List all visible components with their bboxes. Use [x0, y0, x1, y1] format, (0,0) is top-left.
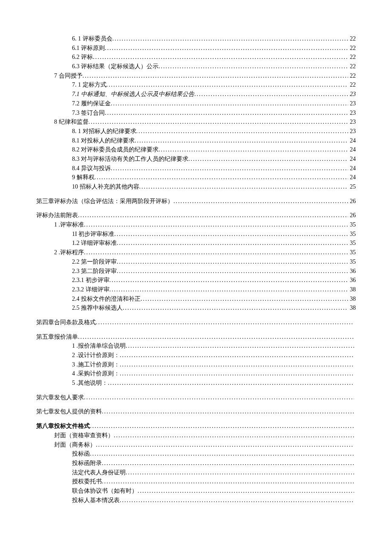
toc-label: 7.1 中标通知、中标候选人公示及中标结果公告	[72, 90, 194, 99]
toc-leader-dots	[78, 332, 354, 342]
toc-label: 投标函	[72, 449, 90, 459]
toc-label: 4 .采购计价原则：	[72, 369, 120, 378]
toc-label: 投标人基本情况表	[72, 496, 120, 505]
toc-entry: 6.1 评标原则22	[36, 44, 356, 53]
toc-leader-dots	[111, 164, 348, 173]
toc-leader-dots	[89, 117, 349, 127]
toc-label: 8 纪律和监督	[54, 117, 89, 127]
toc-page-number: 35	[348, 248, 356, 257]
toc-entry: 7. 1 定标方式22	[36, 80, 356, 90]
toc-label: 6.3 评标结果（定标候选人）公示	[72, 62, 159, 71]
toc-entry: 1 .评审标准35	[36, 220, 356, 230]
toc-page-number: 22	[348, 80, 356, 90]
toc-entry: 8.1 对投标人的纪律要求 24	[36, 136, 356, 145]
toc-label: 3 .施工计价原则：	[72, 360, 120, 369]
toc-entry: 第六章发包人要求	[36, 393, 356, 402]
toc-leader-dots	[117, 267, 348, 276]
toc-page-number: 22	[348, 52, 356, 62]
toc-leader-dots	[120, 496, 354, 505]
toc-leader-dots	[120, 369, 354, 378]
toc-entry: 3 .施工计价原则：	[36, 360, 356, 369]
toc-leader-dots	[188, 154, 348, 164]
toc-page-number: 22	[348, 34, 356, 44]
toc-entry: 授权委托书	[36, 477, 356, 486]
table-of-contents: 6. 1 评标委员会226.1 评标原则226.2 评标226.3 评标结果（定…	[36, 34, 356, 505]
toc-leader-dots	[112, 34, 349, 44]
toc-entry: 6.2 评标22	[36, 52, 356, 62]
toc-entry: 法定代表人身份证明	[36, 468, 356, 477]
toc-page-number: 26	[348, 197, 356, 206]
toc-leader-dots	[194, 90, 348, 99]
toc-label: 封面（商务标）	[54, 440, 96, 450]
toc-page-number: 26	[348, 211, 356, 220]
toc-label: 评标办法前附表	[36, 211, 78, 220]
toc-label: 2.3 第二阶段评审	[72, 267, 117, 276]
toc-leader-dots	[111, 99, 348, 108]
toc-label: 8.3 对与评标活动有关的工作人员的纪律要求	[72, 154, 188, 164]
toc-leader-dots	[136, 127, 349, 136]
toc-label: 2.4 投标文件的澄清和补正	[72, 294, 141, 304]
toc-label: 第五章报价清单	[36, 332, 78, 342]
toc-leader-dots	[96, 440, 354, 450]
toc-page-number: 22	[348, 71, 356, 81]
toc-label: 第六章发包人要求	[36, 393, 84, 402]
toc-label: 封面（资格审查资料）	[54, 431, 114, 440]
toc-label: 2.3.2 详细评审	[72, 285, 110, 294]
toc-leader-dots	[102, 407, 354, 416]
toc-leader-dots	[114, 431, 354, 440]
toc-entry: 2 .评标程序35	[36, 248, 356, 257]
toc-page-number: 23	[348, 117, 356, 127]
toc-leader-dots	[93, 52, 348, 62]
toc-leader-dots	[159, 62, 348, 71]
toc-entry: 1I 初步评审标准35	[36, 230, 356, 239]
toc-entry: 2.3.2 详细评审38	[36, 285, 356, 294]
toc-page-number: 38	[348, 303, 356, 313]
toc-leader-dots	[95, 173, 349, 182]
toc-entry: 联合体协议书（如有时）	[36, 486, 356, 496]
toc-entry: 8.2 对评标委员会成员的纪律要求24	[36, 145, 356, 154]
toc-entry: 2.3.1 初步评审36	[36, 276, 356, 285]
toc-label: 8.2 对评标委员会成员的纪律要求	[72, 145, 159, 154]
toc-entry: 7.2 履约保证金23	[36, 99, 356, 108]
toc-leader-dots	[139, 182, 349, 192]
toc-entry: 评标办法前附表26	[36, 211, 356, 220]
toc-entry: 第三章评标办法（综合评估法：采用两阶段开评标）26	[36, 197, 356, 206]
toc-label: 2 .设计计价原则：	[72, 351, 120, 360]
toc-label: 第七章发包人提供的资料	[36, 407, 102, 416]
toc-label: 10 招标人补充的其他内容	[72, 182, 139, 192]
toc-entry: 2 .设计计价原则：	[36, 351, 356, 360]
toc-leader-dots	[117, 238, 348, 248]
toc-leader-dots	[105, 44, 348, 53]
toc-page-number: 35	[348, 220, 356, 230]
toc-entry: 2.4 投标文件的澄清和补正38	[36, 294, 356, 304]
toc-label: 6.2 评标	[72, 52, 93, 62]
toc-leader-dots	[138, 486, 354, 496]
toc-page-number: 36	[348, 267, 356, 276]
toc-entry: 7 合同授予22	[36, 71, 356, 81]
toc-entry: 第四章合同条款及格式	[36, 318, 356, 327]
toc-page-number: 35	[348, 238, 356, 248]
toc-label: 2.5 推荐中标候选人	[72, 303, 123, 313]
toc-leader-dots	[96, 318, 354, 327]
toc-leader-dots	[105, 108, 348, 118]
toc-label: 第八章投标文件格式	[36, 421, 90, 431]
toc-leader-dots	[135, 136, 348, 145]
toc-entry: 第七章发包人提供的资料	[36, 407, 356, 416]
toc-leader-dots	[173, 197, 348, 206]
toc-label: 第三章评标办法（综合评估法：采用两阶段开评标）	[36, 197, 173, 206]
toc-label: 法定代表人身份证明	[72, 468, 126, 477]
toc-entry: 第八章投标文件格式	[36, 421, 356, 431]
toc-label: 2 .评标程序	[54, 248, 84, 257]
toc-entry: 投标函	[36, 449, 356, 459]
toc-leader-dots	[83, 71, 349, 81]
toc-entry: 5 .其他说明：	[36, 378, 356, 388]
toc-page-number: 35	[348, 230, 356, 239]
toc-label: 1.2 详细评审标准	[72, 238, 117, 248]
toc-leader-dots	[126, 341, 354, 351]
toc-leader-dots	[84, 220, 348, 230]
toc-entry: 6. 1 评标委员会22	[36, 34, 356, 44]
toc-leader-dots	[117, 257, 348, 267]
toc-page-number: 24	[348, 136, 356, 145]
toc-entry: 2.5 推荐中标候选人38	[36, 303, 356, 313]
toc-entry: 2.2 第一阶段评审35	[36, 257, 356, 267]
